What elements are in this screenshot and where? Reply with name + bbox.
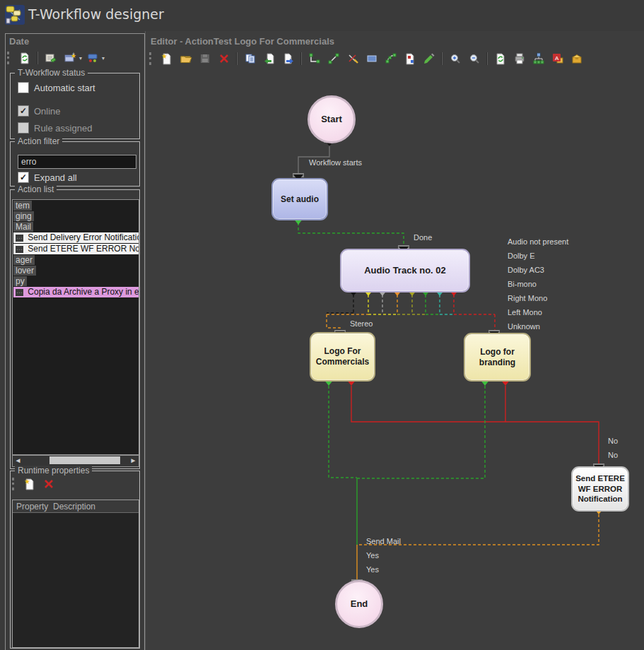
app-icon: [4, 4, 25, 25]
action-list-item-label: Mail: [16, 222, 31, 232]
action-list-item[interactable]: Send Delivery Error Notification: [13, 232, 139, 243]
add-property-button[interactable]: ★: [21, 475, 38, 492]
node-audio-track[interactable]: Audio Track no. 02: [340, 249, 470, 292]
date-panel: Date ★: [5, 33, 145, 650]
column-header[interactable]: Property: [13, 502, 53, 512]
edge-label-yes-2: Yes: [366, 565, 379, 574]
node-start[interactable]: Start: [308, 95, 356, 143]
status-group: T-Workflow status Automatic start Online…: [10, 73, 140, 139]
scrollbar-thumb[interactable]: [49, 456, 120, 464]
open-button[interactable]: [177, 50, 194, 67]
new-button[interactable]: ★: [158, 50, 175, 67]
highlighter-icon: [423, 52, 435, 65]
connector-points-button[interactable]: [402, 50, 418, 67]
checkbox[interactable]: [18, 105, 29, 117]
hierarchy-button[interactable]: [530, 50, 547, 67]
save-button[interactable]: [197, 50, 213, 67]
edge-label-no-2: No: [608, 451, 618, 459]
action-list-item[interactable]: py: [13, 276, 27, 286]
rectangle-button[interactable]: [363, 50, 380, 67]
date-panel-title: Date: [9, 36, 29, 47]
new-item-button[interactable]: ★ +: [62, 49, 78, 66]
expand-all-row[interactable]: Expand all: [18, 172, 77, 183]
action-list-item[interactable]: Mail: [13, 222, 33, 232]
delete-connector-button[interactable]: [344, 50, 361, 67]
view-options-icon: [86, 52, 99, 64]
edge-label-send-mail: Send Mail: [366, 537, 401, 545]
delete-property-icon: [42, 478, 55, 490]
action-list-item[interactable]: ging: [13, 211, 34, 221]
action-list-item[interactable]: ager: [13, 255, 35, 265]
delete-property-button[interactable]: [40, 475, 57, 492]
toolbar-separator: [487, 52, 488, 65]
dropdown-caret-icon[interactable]: ▾: [102, 55, 105, 61]
action-list-item[interactable]: Copia da Archive a Proxy in errore: [13, 287, 139, 297]
export-pdf-button[interactable]: A: [549, 50, 566, 67]
svg-text:+: +: [72, 52, 75, 57]
line-connector-button[interactable]: [325, 50, 342, 67]
refresh-button[interactable]: [16, 49, 33, 66]
properties-button[interactable]: [42, 49, 59, 66]
refresh-icon: [18, 52, 31, 64]
svg-text:A: A: [555, 55, 559, 61]
rectangle-icon: [365, 52, 378, 65]
toolbar-grip[interactable]: [149, 52, 154, 65]
action-filter-group: Action filter Expand all: [10, 141, 140, 187]
line-connector-icon: [327, 52, 340, 65]
action-list-item-label: Send Delivery Error Notification: [28, 232, 139, 242]
polygon-icon: [385, 52, 397, 65]
status-checkbox-row[interactable]: Rule assigned: [18, 122, 92, 134]
checkbox[interactable]: [18, 172, 29, 183]
view-options-button[interactable]: [84, 49, 101, 66]
toolbar-separator: [301, 52, 302, 65]
refresh-icon: [494, 52, 507, 65]
polygon-button[interactable]: [382, 50, 399, 67]
checkbox[interactable]: [18, 82, 29, 93]
zoom-out-button[interactable]: [466, 50, 483, 67]
runtime-properties-group: Runtime properties ★ PropertyDescription: [10, 471, 140, 649]
node-end[interactable]: End: [335, 580, 383, 628]
node-send-etere-wf-error-notification[interactable]: Send ETERE WF ERROR Notification: [571, 466, 629, 512]
action-filter-input[interactable]: [18, 155, 136, 169]
toolbar-grip[interactable]: [12, 478, 17, 490]
checkbox-label: Online: [34, 106, 61, 117]
status-checkbox-row[interactable]: Automatic start: [18, 82, 95, 93]
dropdown-caret-icon[interactable]: ▾: [79, 55, 82, 61]
action-filter-title: Action filter: [15, 136, 62, 146]
svg-text:★: ★: [161, 52, 168, 60]
zoom-in-button[interactable]: [447, 50, 464, 67]
print-button[interactable]: [511, 50, 528, 67]
scroll-left-arrow[interactable]: ◄: [13, 456, 23, 465]
action-list-item[interactable]: tem: [13, 201, 32, 211]
edge-label-yes-1: Yes: [366, 551, 379, 560]
export-package-button[interactable]: [568, 50, 585, 67]
runtime-properties-table[interactable]: PropertyDescription: [12, 500, 139, 648]
action-list-title: Action list: [15, 184, 57, 194]
node-logo-for-branding[interactable]: Logo for branding: [464, 333, 531, 382]
edge-label-done: Done: [414, 233, 432, 242]
export-button[interactable]: [280, 50, 297, 67]
refresh-button[interactable]: [492, 50, 509, 67]
window-title: T-Workflow designer: [28, 6, 164, 22]
scroll-right-arrow[interactable]: ►: [128, 456, 139, 465]
runtime-properties-title: Runtime properties: [15, 466, 92, 475]
status-group-title: T-Workflow status: [15, 68, 88, 78]
toolbar-grip[interactable]: [7, 52, 12, 64]
import-button[interactable]: [261, 50, 278, 67]
action-list[interactable]: tem ging Mail Send Delivery Error Notifi…: [12, 199, 139, 455]
column-header[interactable]: Description: [53, 502, 95, 512]
action-list-item[interactable]: Send ETERE WF ERROR Notification: [13, 244, 139, 254]
highlighter-button[interactable]: [421, 50, 438, 67]
t-workflow-designer-window: T-Workflow designer Date: [0, 0, 644, 650]
action-list-item[interactable]: lover: [13, 266, 36, 276]
status-checkbox-row[interactable]: Online: [18, 105, 61, 117]
node-logo-for-commercials[interactable]: Logo For Commercials: [310, 332, 375, 382]
delete-button[interactable]: [216, 50, 233, 67]
checkbox[interactable]: [18, 122, 29, 134]
node-set-audio[interactable]: Set audio: [271, 178, 328, 220]
save-icon: [199, 52, 211, 65]
checkbox-label: Automatic start: [34, 83, 95, 93]
export-package-icon: [570, 52, 583, 65]
copy-button[interactable]: [242, 50, 259, 67]
elbow-connector-button[interactable]: [306, 50, 323, 67]
